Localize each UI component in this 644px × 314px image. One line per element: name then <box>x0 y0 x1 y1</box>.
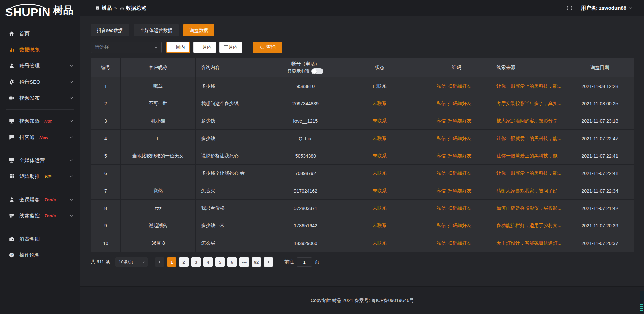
qr-private-msg-link[interactable]: 私信 <box>437 205 446 211</box>
qr-private-msg-link[interactable]: 私信 <box>437 188 446 193</box>
qr-scan-add-link[interactable]: 扫码加好友 <box>448 83 472 89</box>
cell-date: 2021-11-08 00:25 <box>566 95 634 112</box>
column-header-source: 线索来源 <box>491 58 566 77</box>
qr-private-msg-link[interactable]: 私信 <box>437 83 446 89</box>
period-button-3[interactable]: 三月内 <box>219 42 242 53</box>
qr-scan-add-link[interactable]: 扫码加好友 <box>448 205 472 211</box>
cell-no: 3 <box>91 112 121 130</box>
period-button-2[interactable]: 一月内 <box>193 42 216 53</box>
qr-private-msg-link[interactable]: 私信 <box>437 153 446 158</box>
sidebar-item-operation-guide[interactable]: ?操作说明 <box>0 247 80 263</box>
source-link[interactable]: 感谢大家喜欢我家，被问了好... <box>496 188 561 193</box>
filter-select[interactable]: 请选择 <box>91 42 162 53</box>
cell-nickname: 潮起潮落 <box>121 217 196 234</box>
monitor-icon <box>9 157 15 163</box>
sidebar-item-account-manage[interactable]: 账号管理 <box>0 58 80 74</box>
qr-private-msg-link[interactable]: 私信 <box>437 118 446 123</box>
tab-douyin-seo-data[interactable]: 抖音seo数据 <box>91 24 129 36</box>
phone-only-toggle[interactable] <box>311 68 323 74</box>
cell-content: 多少钱 <box>196 130 269 147</box>
page-button-3[interactable]: 3 <box>191 257 201 267</box>
cell-qr: 私信扫码加好友 <box>417 147 491 165</box>
qr-private-msg-link[interactable]: 私信 <box>437 136 446 141</box>
cell-content: 多少钱一米 <box>196 217 269 234</box>
qr-private-msg-link[interactable]: 私信 <box>437 101 446 106</box>
cell-account: love__1215 <box>269 112 342 130</box>
column-header-qr: 二维码 <box>417 58 491 77</box>
next-page-button[interactable] <box>264 257 273 267</box>
sidebar-item-consume-detail[interactable]: 消费明细 <box>0 231 80 247</box>
table-row: 7觉然怎么买917024162未联系私信扫码加好友感谢大家喜欢我家，被问了好..… <box>91 182 634 200</box>
breadcrumb-root[interactable]: 树品 <box>95 5 112 11</box>
cell-source: 让你一眼就爱上的黑科技，能... <box>491 77 566 95</box>
sidebar-item-home[interactable]: 首页 <box>0 25 80 42</box>
main-area: 树品 > 数据总览 用户名: zswodun88 抖音seo数据全媒体运营数据询… <box>80 0 644 314</box>
prev-page-button[interactable] <box>155 257 164 267</box>
source-link[interactable]: 让你一眼就爱上的黑科技，能... <box>496 83 561 89</box>
qr-scan-add-link[interactable]: 扫码加好友 <box>448 101 472 106</box>
cell-nickname: 狐小狸 <box>121 112 196 130</box>
sidebar-item-matrix-boost[interactable]: 矩阵助推VIP <box>0 168 80 185</box>
page-button-2[interactable]: 2 <box>179 257 189 267</box>
sidebar-item-data-overview[interactable]: 数据总览 <box>0 42 80 58</box>
sidebar-item-badge: Tools <box>44 197 56 202</box>
period-button-1[interactable]: 一周内 <box>166 42 190 53</box>
page-button-92[interactable]: 92 <box>252 257 261 267</box>
qr-scan-add-link[interactable]: 扫码加好友 <box>448 223 472 228</box>
user-menu[interactable]: 用户名: zswodun88 <box>581 5 633 11</box>
cell-source: 多功能护栏灯，适用于乡村文... <box>491 217 566 234</box>
status-badge: 未联系 <box>373 205 387 211</box>
search-icon <box>260 45 264 50</box>
qr-scan-add-link[interactable]: 扫码加好友 <box>448 240 472 246</box>
sidebar-item-video-heat[interactable]: 视频加热Hot <box>0 113 80 129</box>
source-link[interactable]: 无主灯设计，智能磁吸轨道灯... <box>496 240 561 246</box>
qr-scan-add-link[interactable]: 扫码加好友 <box>448 118 472 123</box>
query-button[interactable]: 查询 <box>253 42 282 53</box>
page-button-5[interactable]: 5 <box>215 257 225 267</box>
sidebar-item-douyin-seo[interactable]: 抖音SEO <box>0 74 80 90</box>
sidebar-item-douketong[interactable]: 抖客通New <box>0 129 80 145</box>
qr-private-msg-link[interactable]: 私信 <box>437 170 446 176</box>
qr-scan-add-link[interactable]: 扫码加好友 <box>448 136 472 141</box>
page-jump-input[interactable] <box>297 257 312 267</box>
page-button-6[interactable]: 6 <box>227 257 237 267</box>
source-link[interactable]: 如何正确选择投影仪，买投影... <box>496 205 561 211</box>
page-ellipsis[interactable]: ••• <box>239 257 249 267</box>
cell-content: 怎么买 <box>196 182 269 200</box>
brand-logo-text-en: SHUPIN <box>5 4 50 17</box>
tab-media-operation-data[interactable]: 全媒体运营数据 <box>134 24 179 36</box>
qr-private-msg-link[interactable]: 私信 <box>437 240 446 246</box>
source-link[interactable]: 客厅安装投影半年多了，真实... <box>496 101 561 106</box>
cell-qr: 私信扫码加好友 <box>417 234 491 252</box>
qr-scan-add-link[interactable]: 扫码加好友 <box>448 170 472 176</box>
qr-private-msg-link[interactable]: 私信 <box>437 223 446 228</box>
sidebar-item-media-operation[interactable]: 全媒体运营 <box>0 152 80 168</box>
qr-scan-add-link[interactable]: 扫码加好友 <box>448 188 472 193</box>
source-link[interactable]: 让你一眼就爱上的黑科技，能... <box>496 170 561 176</box>
source-link[interactable]: 让你一眼就爱上的黑科技，能... <box>496 136 561 141</box>
fullscreen-icon[interactable] <box>566 5 572 11</box>
qr-scan-add-link[interactable]: 扫码加好友 <box>448 153 472 158</box>
chevron-down-icon <box>69 63 74 68</box>
sidebar-item-clue-monitor[interactable]: 线索监控Tools <box>0 208 80 224</box>
page-button-1[interactable]: 1 <box>167 257 176 267</box>
sidebar-item-member-baoke[interactable]: 会员爆客Tools <box>0 192 80 208</box>
table-row: 9潮起潮落多少钱一米178651642未联系私信扫码加好友多功能护栏灯，适用于乡… <box>91 217 634 234</box>
source-link[interactable]: 多功能护栏灯，适用于乡村文... <box>496 223 561 228</box>
page-size-select[interactable]: 10条/页 <box>115 257 148 267</box>
breadcrumb-current[interactable]: 数据总览 <box>120 5 146 11</box>
breadcrumb-root-label: 树品 <box>102 5 112 11</box>
cell-date: 2021-11-07 22:41 <box>566 147 634 165</box>
breadcrumb-current-label: 数据总览 <box>126 5 146 11</box>
edge-widget[interactable] <box>640 291 644 313</box>
page-button-4[interactable]: 4 <box>203 257 213 267</box>
tab-inquiry-data[interactable]: 询盘数据 <box>183 24 214 36</box>
source-link[interactable]: 让你一眼就爱上的黑科技，能... <box>496 153 561 158</box>
cell-nickname: 觉然 <box>121 182 196 200</box>
sidebar-nav: 首页数据总览账号管理抖音SEO视频发布视频加热Hot抖客通New全媒体运营矩阵助… <box>0 21 80 314</box>
cell-qr: 私信扫码加好友 <box>417 112 491 130</box>
filter-select-value: 请选择 <box>95 44 109 50</box>
sidebar-item-video-publish[interactable]: 视频发布 <box>0 90 80 106</box>
cell-account: 178651642 <box>269 217 342 234</box>
source-link[interactable]: 被大家追着问的客厅投影分享... <box>496 118 561 123</box>
